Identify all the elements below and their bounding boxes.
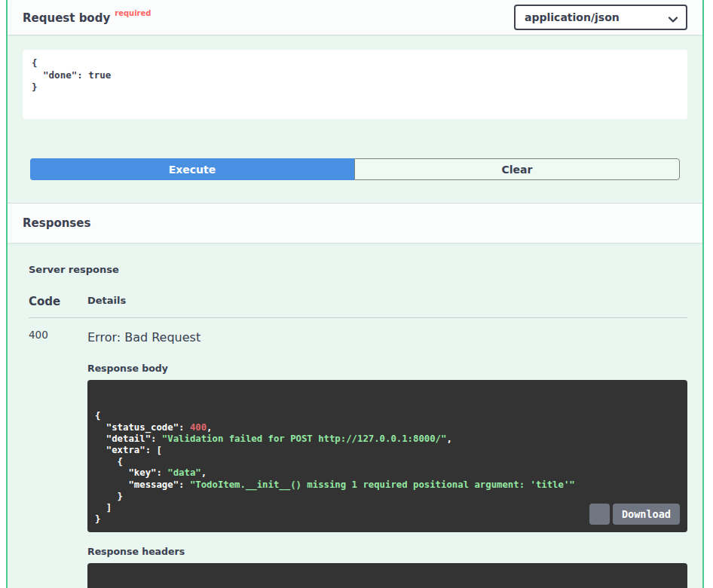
body-param: { "done": true } (23, 50, 687, 119)
responses-header: Responses (8, 203, 702, 243)
response-body-buttons: Download (589, 504, 680, 525)
content-type-select[interactable]: application/json (514, 5, 687, 30)
responses-title: Responses (23, 216, 90, 230)
responses-table-head: Code Details (29, 295, 687, 318)
response-row-400: 400 Error: Bad Request Response body { "… (29, 318, 687, 588)
clear-button[interactable]: Clear (354, 158, 680, 180)
request-body-editor[interactable]: { "done": true } (23, 50, 687, 119)
response-body-label: Response body (87, 363, 687, 374)
request-body-header: Request bodyrequired application/json (8, 0, 702, 35)
copy-to-clipboard-button[interactable] (589, 504, 610, 525)
execute-button[interactable]: Execute (30, 158, 354, 180)
execute-wrapper: Execute Clear (30, 158, 680, 180)
status-code: 400 (29, 329, 87, 588)
required-badge: required (115, 9, 151, 17)
response-description: Error: Bad Request (87, 330, 687, 345)
responses-table: Code Details 400 Error: Bad Request Resp… (29, 295, 687, 588)
details-column-header: Details (87, 295, 687, 308)
responses-section: Server response Code Details 400 Error: … (8, 243, 702, 588)
content-type-select-wrap: application/json (514, 5, 687, 30)
response-headers-code-block: content-length: 185content-type: applica… (87, 563, 687, 588)
post-operation-panel: Request bodyrequired application/json { … (6, 0, 704, 588)
response-details-cell: Error: Bad Request Response body { "stat… (87, 329, 687, 588)
download-button[interactable]: Download (613, 504, 680, 525)
request-body-section: { "done": true } Execute Clear (8, 35, 702, 180)
server-response-label: Server response (29, 264, 687, 275)
response-body-code-block: { "status_code": 400, "detail": "Validat… (87, 380, 687, 532)
request-body-title: Request body (23, 11, 110, 25)
code-column-header: Code (29, 295, 87, 308)
request-body-title-wrap: Request bodyrequired (23, 11, 151, 25)
response-headers-label: Response headers (87, 546, 687, 557)
